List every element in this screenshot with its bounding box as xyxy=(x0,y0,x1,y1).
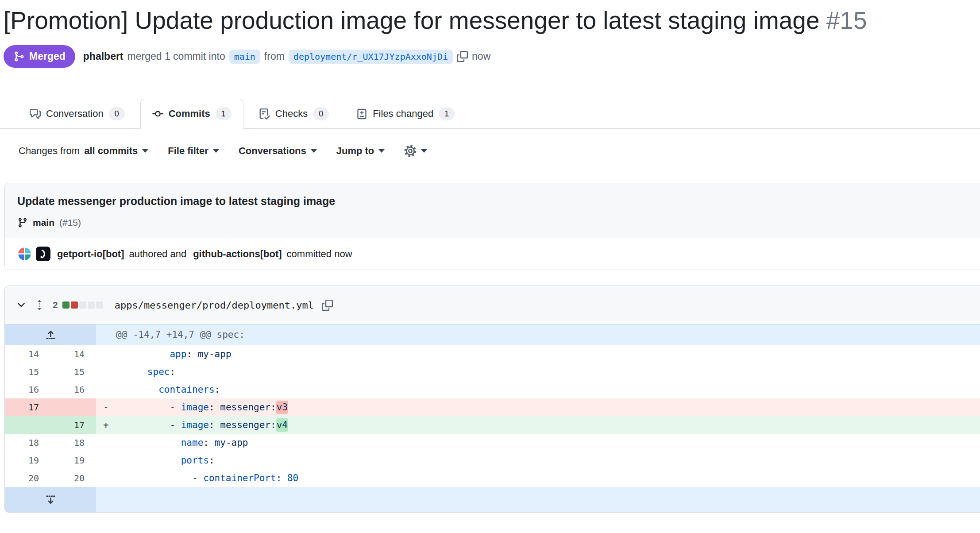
authored-text: authored and xyxy=(129,248,187,260)
diff-filename[interactable]: apps/messenger/prod/deployment.yml xyxy=(115,300,314,311)
pr-number: #15 xyxy=(826,7,867,34)
old-line-number[interactable]: 18 xyxy=(5,434,50,452)
port-logo-avatar[interactable] xyxy=(17,247,32,261)
code-line: - - image: messenger:v3 xyxy=(96,398,980,416)
copy-path-icon[interactable] xyxy=(322,300,333,311)
git-merge-icon xyxy=(13,51,24,62)
new-line-number[interactable]: 16 xyxy=(50,381,96,398)
new-line-number[interactable]: 14 xyxy=(50,345,96,363)
caret-down-icon xyxy=(213,149,219,153)
github-actions-avatar[interactable] xyxy=(36,247,50,261)
merged-time: now xyxy=(472,50,490,62)
old-line-number[interactable] xyxy=(5,416,50,434)
old-line-number[interactable]: 14 xyxy=(5,345,50,363)
new-line-number[interactable]: 18 xyxy=(50,434,96,452)
file-filter-label: File filter xyxy=(168,145,208,157)
tab-files-changed[interactable]: Files changed 1 xyxy=(344,99,467,129)
head-branch-label[interactable]: deployment/r_UX17JYzpAxxoNjDi xyxy=(289,50,453,64)
changes-from-value: all commits xyxy=(84,145,138,157)
diff-footer-fill xyxy=(96,487,980,512)
caret-down-icon xyxy=(142,149,148,153)
expand-up-button[interactable] xyxy=(5,324,96,345)
tab-checks[interactable]: Checks 0 xyxy=(247,99,341,129)
tab-label: Conversation xyxy=(46,108,104,120)
conversations-dropdown[interactable]: Conversations xyxy=(239,145,317,157)
old-line-number[interactable]: 17 xyxy=(5,398,50,416)
committed-text: committed now xyxy=(287,248,352,260)
caret-down-icon xyxy=(311,149,317,153)
pr-meta: Merged phalbert merged 1 commit into mai… xyxy=(4,45,980,68)
old-line-number[interactable]: 15 xyxy=(5,363,50,381)
commit-branch-name[interactable]: main xyxy=(33,217,54,228)
base-branch-label[interactable]: main xyxy=(229,50,260,64)
expand-down-button[interactable] xyxy=(5,487,96,512)
diff-toolbar: Changes from all commits File filter Con… xyxy=(19,145,980,157)
file-filter-dropdown[interactable]: File filter xyxy=(168,145,219,157)
diff-file-box: 2 apps/messenger/prod/deployment.yml @@ … xyxy=(4,286,980,513)
new-line-number[interactable]: 17 xyxy=(50,416,96,434)
diff-row-del: 17- - image: messenger:v3 xyxy=(5,398,980,416)
diff-file-header: 2 apps/messenger/prod/deployment.yml xyxy=(5,286,980,324)
diff-row-expand-footer xyxy=(5,487,980,512)
diff-settings-dropdown[interactable] xyxy=(404,145,427,157)
diff-table: @@ -14,7 +14,7 @@ spec:1414 app: my-app1… xyxy=(5,324,980,512)
merge-summary: phalbert merged 1 commit into main from … xyxy=(83,50,490,64)
changes-from-dropdown[interactable]: Changes from all commits xyxy=(19,145,148,157)
tab-counter: 1 xyxy=(439,107,455,120)
merged-by-user[interactable]: phalbert xyxy=(83,50,123,62)
pr-title: [Promotion] Update production image for … xyxy=(4,6,980,35)
diffstat-square-neutral xyxy=(79,301,86,309)
commit-header: Update messenger production image to lat… xyxy=(5,183,980,238)
tab-label: Files changed xyxy=(373,108,433,120)
commit-message[interactable]: Update messenger production image to lat… xyxy=(17,195,980,208)
old-line-number[interactable]: 16 xyxy=(5,381,50,398)
comment-discussion-icon xyxy=(30,108,41,120)
drag-handle-icon[interactable] xyxy=(34,299,45,311)
tab-commits[interactable]: Commits 1 xyxy=(140,99,243,129)
new-line-number[interactable] xyxy=(50,398,96,416)
changes-from-label: Changes from xyxy=(19,145,80,157)
diff-row-context: 1414 app: my-app xyxy=(5,345,980,363)
merged-badge-label: Merged xyxy=(29,50,66,62)
chevron-down-icon[interactable] xyxy=(16,300,26,310)
old-line-number[interactable]: 19 xyxy=(5,452,50,469)
code-line: ports: xyxy=(96,452,980,469)
jump-to-label: Jump to xyxy=(336,145,374,157)
caret-down-icon xyxy=(378,149,385,153)
commit-committer-name[interactable]: github-actions[bot] xyxy=(193,248,282,260)
diffstat-square-neutral xyxy=(96,301,103,309)
diff-row-add: 17+ - image: messenger:v4 xyxy=(5,416,980,434)
diffstat-square-add xyxy=(62,301,69,309)
conversations-label: Conversations xyxy=(239,145,306,157)
diff-row-context: 2020 - containerPort: 80 xyxy=(5,469,980,487)
code-line: - containerPort: 80 xyxy=(96,469,980,487)
commit-box: Update messenger production image to lat… xyxy=(4,183,980,270)
diff-marker: - xyxy=(103,398,114,416)
new-line-number[interactable]: 19 xyxy=(50,452,96,469)
diff-row-context: 1616 containers: xyxy=(5,381,980,398)
jump-to-dropdown[interactable]: Jump to xyxy=(336,145,385,157)
checklist-icon xyxy=(259,108,270,120)
tab-conversation[interactable]: Conversation 0 xyxy=(18,99,137,129)
code-line: + - image: messenger:v4 xyxy=(96,416,980,434)
copy-branch-icon[interactable] xyxy=(457,51,468,62)
diff-marker: + xyxy=(103,416,114,434)
code-line: app: my-app xyxy=(96,345,980,363)
gear-icon xyxy=(404,145,417,157)
commit-branch-row: main (#15) xyxy=(17,217,980,228)
diff-row-context: 1919 ports: xyxy=(5,452,980,469)
commit-author-name[interactable]: getport-io[bot] xyxy=(57,248,124,260)
diffstat-square-del xyxy=(71,301,78,309)
old-line-number[interactable]: 20 xyxy=(5,469,50,487)
git-branch-icon xyxy=(17,217,28,228)
pr-title-text: [Promotion] Update production image for … xyxy=(4,7,820,34)
new-line-number[interactable]: 15 xyxy=(50,363,96,381)
tab-label: Commits xyxy=(169,108,210,120)
diffstat-square-neutral xyxy=(88,301,95,309)
new-line-number[interactable]: 20 xyxy=(50,469,96,487)
git-commit-icon xyxy=(152,108,163,120)
merge-action-text: merged 1 commit into xyxy=(127,50,225,62)
caret-down-icon xyxy=(421,149,427,153)
hunk-header: @@ -14,7 +14,7 @@ spec: xyxy=(96,324,980,345)
code-line: name: my-app xyxy=(96,434,980,452)
